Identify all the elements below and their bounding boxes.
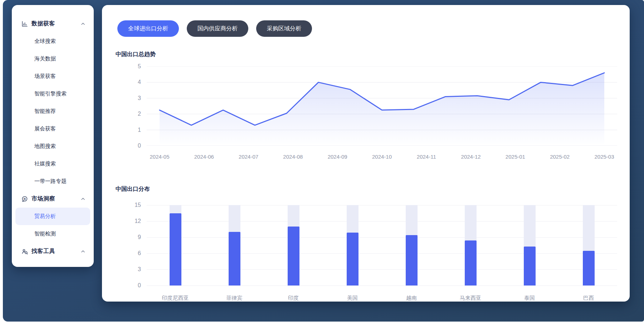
line-xlabel-2024-07: 2024-07	[225, 154, 272, 160]
line-xlabel-2024-06: 2024-06	[181, 154, 227, 160]
sidebar-item-全球搜索[interactable]: 全球搜索	[15, 33, 90, 50]
line-ytick-4: 4	[111, 79, 141, 85]
sidebar-section-0[interactable]: 数据获客	[12, 15, 94, 33]
bar-xlabel-印度尼西亚: 印度尼西亚	[152, 295, 199, 302]
line-chart-title: 中国出口总趋势	[116, 51, 156, 58]
bar-ytick-15: 15	[111, 202, 141, 208]
app-root: 数据获客全球搜索海关数据场景获客智能引擎搜索智能推荐展会获客地图搜索社媒搜索一带…	[0, 0, 644, 323]
bar-美国	[347, 233, 358, 286]
bar-gridline	[147, 253, 617, 254]
line-ytick-0: 0	[111, 143, 141, 149]
bar-泰国	[524, 247, 536, 286]
bar-xlabel-菲律宾: 菲律宾	[211, 295, 258, 302]
bar-xlabel-美国: 美国	[329, 295, 376, 302]
sidebar-section-label: 数据获客	[31, 20, 55, 28]
sidebar: 数据获客全球搜索海关数据场景获客智能引擎搜索智能推荐展会获客地图搜索社媒搜索一带…	[12, 5, 94, 267]
tab-1[interactable]: 国内供应商分析	[187, 20, 248, 37]
bar-xlabel-越南: 越南	[388, 295, 435, 302]
sidebar-item-智能检测[interactable]: 智能检测	[15, 225, 90, 243]
bar-xlabel-马来西亚: 马来西亚	[447, 295, 494, 302]
line-xlabel-2024-12: 2024-12	[448, 154, 494, 160]
chevron-up-icon	[80, 21, 86, 27]
bar-ytick-12: 12	[111, 218, 141, 224]
bar-chart-title: 中国出口分布	[116, 185, 150, 193]
bar-印度	[288, 227, 299, 285]
bar-gridline	[147, 237, 617, 238]
sidebar-item-智能引擎搜索[interactable]: 智能引擎搜索	[15, 85, 90, 103]
bar-ytick-3: 3	[111, 266, 141, 273]
bar-ytick-0: 0	[111, 282, 141, 289]
bar-ytick-9: 9	[111, 234, 141, 240]
sidebar-item-海关数据[interactable]: 海关数据	[15, 50, 90, 68]
line-xlabel-2025-01: 2025-01	[492, 154, 538, 160]
line-xlabel-2024-09: 2024-09	[314, 154, 361, 160]
user-search-icon	[21, 248, 28, 255]
tab-2[interactable]: 采购区域分析	[256, 20, 312, 37]
line-xlabel-2024-11: 2024-11	[403, 154, 450, 160]
sidebar-nav: 数据获客全球搜索海关数据场景获客智能引擎搜索智能推荐展会获客地图搜索社媒搜索一带…	[12, 15, 94, 260]
bar-gridline	[147, 285, 617, 286]
line-ytick-1: 1	[111, 127, 141, 133]
sidebar-item-场景获客[interactable]: 场景获客	[15, 68, 90, 85]
main-panel: 全球进出口分析国内供应商分析采购区域分析 中国出口总趋势 543210 2024…	[102, 5, 630, 302]
sidebar-section-label: 市场洞察	[31, 195, 55, 203]
sidebar-section-1[interactable]: B市场洞察	[12, 190, 94, 208]
line-ytick-3: 3	[111, 95, 141, 101]
bar-xlabel-印度: 印度	[270, 295, 317, 302]
line-ytick-2: 2	[111, 111, 141, 117]
sidebar-item-地图搜索[interactable]: 地图搜索	[15, 138, 90, 155]
line-chart-svg	[147, 66, 617, 146]
bar-巴西	[583, 251, 595, 286]
svg-text:B: B	[24, 197, 26, 200]
line-xlabel-2024-05: 2024-05	[136, 154, 183, 160]
line-ytick-5: 5	[111, 63, 141, 70]
sidebar-item-社媒搜索[interactable]: 社媒搜索	[15, 155, 90, 173]
chevron-up-icon	[80, 196, 86, 202]
bar-chart-icon	[21, 20, 28, 28]
bar-xlabel-巴西: 巴西	[565, 295, 612, 302]
line-xlabel-2024-08: 2024-08	[270, 154, 316, 160]
line-xlabel-2024-10: 2024-10	[359, 154, 405, 160]
bar-gridline	[147, 269, 617, 270]
bar-ytick-6: 6	[111, 250, 141, 257]
sidebar-section-2[interactable]: 找客工具	[12, 243, 94, 260]
sidebar-item-贸易分析[interactable]: 贸易分析	[15, 208, 90, 225]
bar-xlabel-泰国: 泰国	[506, 295, 553, 302]
bar-马来西亚	[465, 240, 477, 285]
sidebar-section-label: 找客工具	[31, 248, 55, 255]
analysis-tabs: 全球进出口分析国内供应商分析采购区域分析	[117, 20, 312, 37]
line-xlabel-2025-02: 2025-02	[537, 154, 583, 160]
line-xlabel-2025-03: 2025-03	[581, 154, 628, 160]
sidebar-item-一带一路专题[interactable]: 一带一路专题	[15, 173, 90, 190]
line-chart-plot	[147, 66, 617, 146]
chevron-up-icon	[80, 249, 86, 254]
bar-印度尼西亚	[170, 213, 181, 286]
bar-gridline	[147, 205, 617, 205]
chat-bubble-b-icon: B	[21, 195, 28, 203]
tab-0[interactable]: 全球进出口分析	[117, 20, 179, 37]
bar-chart-plot	[147, 205, 617, 285]
bar-gridline	[147, 221, 617, 222]
sidebar-item-智能推荐[interactable]: 智能推荐	[15, 103, 90, 120]
bar-越南	[406, 235, 418, 285]
sidebar-item-展会获客[interactable]: 展会获客	[15, 120, 90, 138]
bar-菲律宾	[229, 232, 240, 285]
